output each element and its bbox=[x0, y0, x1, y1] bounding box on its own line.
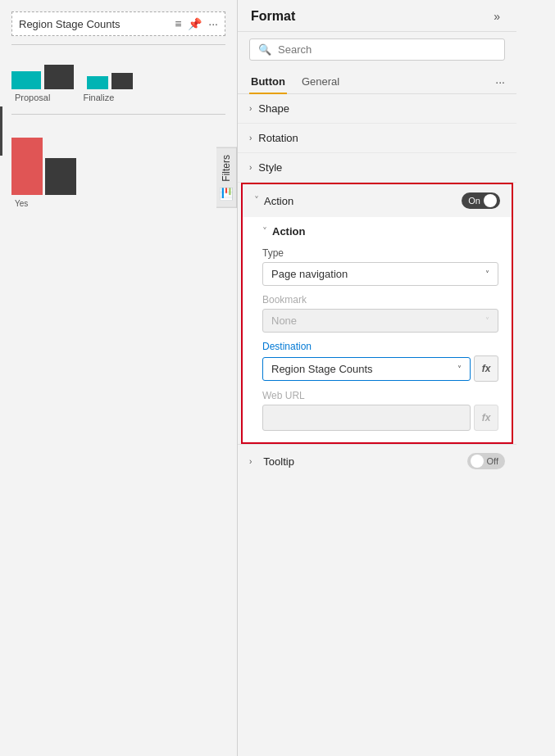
toggle-off-label: Off bbox=[487, 456, 498, 466]
tab-button[interactable]: Button bbox=[249, 70, 287, 94]
bar-label-finalize: Finalize bbox=[83, 93, 114, 102]
bar-2a bbox=[11, 138, 43, 195]
destination-fx-button[interactable]: fx bbox=[474, 355, 498, 382]
tabs-more[interactable]: ··· bbox=[495, 75, 505, 88]
action-toggle[interactable]: On bbox=[462, 192, 500, 209]
left-panel: Region Stage Counts ≡ 📌 ··· Proposal Fin… bbox=[0, 0, 238, 756]
weburl-input bbox=[262, 405, 471, 431]
bar-1a bbox=[11, 71, 41, 89]
bar-1d bbox=[111, 73, 133, 89]
divider2 bbox=[11, 114, 225, 115]
section-style[interactable]: › Style bbox=[238, 153, 516, 183]
chevron-action-sub-icon: ˅ bbox=[262, 226, 267, 238]
chevron-tooltip-icon: › bbox=[249, 457, 252, 466]
weburl-row: fx bbox=[262, 405, 498, 431]
action-section-label: Action bbox=[264, 195, 293, 207]
bar-chart-1: Proposal Finalize bbox=[0, 52, 237, 107]
chart-widget-title: Region Stage Counts bbox=[19, 18, 121, 30]
search-icon: 🔍 bbox=[258, 43, 271, 56]
destination-row: Region Stage Counts ˅ fx bbox=[262, 355, 498, 382]
more-icon[interactable]: ··· bbox=[208, 17, 218, 30]
bar-chart-2: Yes bbox=[0, 121, 237, 214]
tooltip-toggle[interactable]: Off bbox=[467, 453, 505, 469]
section-rotation-label: Rotation bbox=[258, 132, 298, 144]
tooltip-section-label: Tooltip bbox=[263, 455, 294, 468]
toggle-on-label: On bbox=[468, 196, 480, 206]
bookmark-value: None bbox=[271, 315, 297, 327]
right-panel: Format » 🔍 Button General ··· › Shape › … bbox=[238, 0, 516, 756]
format-title: Format bbox=[251, 9, 295, 24]
toggle-circle-on bbox=[484, 194, 497, 207]
weburl-fx-button: fx bbox=[474, 405, 498, 431]
chart-widget[interactable]: Region Stage Counts ≡ 📌 ··· bbox=[11, 11, 225, 36]
action-section: ˅ Action On ˅ Action Type Page navigatio… bbox=[241, 183, 513, 444]
action-sub-label: Action bbox=[272, 225, 305, 238]
search-container: 🔍 bbox=[238, 32, 516, 67]
bar-1b bbox=[44, 65, 74, 89]
action-inner: ˅ Action Type Page navigation ˅ Bookmark… bbox=[243, 217, 512, 442]
type-label: Type bbox=[262, 247, 498, 259]
action-header-row[interactable]: ˅ Action On bbox=[243, 184, 512, 217]
toggle-circle-off bbox=[471, 455, 484, 468]
destination-label: Destination bbox=[262, 341, 498, 352]
menu-icon[interactable]: ≡ bbox=[175, 17, 181, 30]
tabs-row: Button General ··· bbox=[238, 67, 516, 94]
vert-indicator bbox=[0, 106, 2, 156]
bar-label-proposal: Proposal bbox=[15, 93, 50, 102]
type-select[interactable]: Page navigation ˅ bbox=[262, 262, 498, 286]
bar-group-2 bbox=[11, 129, 225, 195]
bar-labels-1: Proposal Finalize bbox=[11, 93, 225, 102]
chevron-action-icon: ˅ bbox=[254, 195, 259, 206]
section-shape[interactable]: › Shape bbox=[238, 94, 516, 124]
bar-chart-icon: 📊 bbox=[220, 187, 233, 201]
type-value: Page navigation bbox=[271, 268, 348, 280]
bar-row-1 bbox=[11, 60, 225, 89]
chevron-shape-icon: › bbox=[249, 104, 252, 113]
bookmark-chevron-icon: ˅ bbox=[485, 316, 489, 325]
destination-value: Region Stage Counts bbox=[271, 363, 373, 375]
bar-2b bbox=[45, 158, 76, 195]
chevron-rotation-icon: › bbox=[249, 134, 252, 143]
section-style-label: Style bbox=[258, 161, 282, 174]
bar-label-yes: Yes bbox=[15, 199, 28, 208]
chart-widget-icons: ≡ 📌 ··· bbox=[175, 17, 218, 30]
tab-general[interactable]: General bbox=[300, 70, 341, 94]
destination-select[interactable]: Region Stage Counts ˅ bbox=[262, 357, 471, 381]
search-box: 🔍 bbox=[249, 38, 505, 61]
pin-icon[interactable]: 📌 bbox=[188, 17, 202, 30]
action-header-left: ˅ Action bbox=[254, 195, 293, 207]
search-input[interactable] bbox=[278, 43, 496, 56]
tooltip-left: › Tooltip bbox=[249, 455, 294, 468]
section-rotation[interactable]: › Rotation bbox=[238, 124, 516, 153]
tooltip-section[interactable]: › Tooltip Off bbox=[238, 444, 516, 478]
filters-label: Filters bbox=[221, 155, 232, 182]
chevron-style-icon: › bbox=[249, 163, 252, 172]
destination-chevron-icon: ˅ bbox=[457, 364, 462, 373]
type-select-chevron-icon: ˅ bbox=[485, 269, 489, 278]
bookmark-label: Bookmark bbox=[262, 294, 498, 306]
bar-1c bbox=[87, 76, 108, 89]
filters-tab[interactable]: 📊 Filters bbox=[216, 147, 237, 208]
weburl-label: Web URL bbox=[262, 390, 498, 401]
section-shape-label: Shape bbox=[258, 102, 289, 115]
format-collapse-button[interactable]: » bbox=[490, 8, 503, 25]
format-header: Format » bbox=[238, 0, 516, 32]
divider1 bbox=[11, 44, 225, 45]
bookmark-select: None ˅ bbox=[262, 309, 498, 333]
action-sub-header[interactable]: ˅ Action bbox=[262, 225, 498, 238]
